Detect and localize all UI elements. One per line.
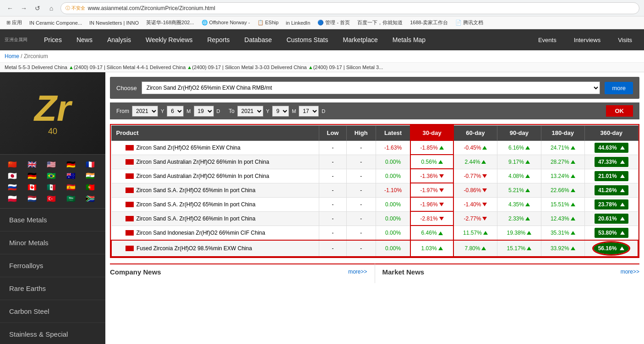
flag-cn[interactable]: 🇨🇳: [5, 159, 20, 169]
table-row[interactable]: Zircon Sand S.A. Zr(Hf)O2 65%min In port…: [111, 197, 638, 211]
product-cell[interactable]: Zircon Sand Indonesian Zr(Hf)O2 66%min C…: [111, 226, 319, 240]
nav-database[interactable]: Database: [237, 29, 279, 50]
address-bar[interactable]: ⓘ 不安全 www.asianmetal.com/ZirconiumPrice/…: [60, 2, 639, 14]
flag-nl[interactable]: 🇳🇱: [24, 194, 40, 204]
to-year-select[interactable]: 2021: [237, 106, 263, 117]
from-month-select[interactable]: 6: [167, 106, 184, 117]
forward-button[interactable]: →: [18, 3, 29, 14]
bookmark-apps[interactable]: ⊞ 应用: [4, 18, 25, 27]
to-month-unit: M: [292, 108, 296, 114]
nav-interviews[interactable]: Interviews: [567, 29, 608, 50]
flag-pl[interactable]: 🇵🇱: [5, 194, 20, 204]
flag-jp[interactable]: 🇯🇵: [5, 171, 20, 181]
flag-de[interactable]: 🇩🇪: [63, 159, 79, 169]
30day-cell[interactable]: -1.97%: [410, 183, 453, 197]
flag-br[interactable]: 🇧🇷: [44, 171, 59, 181]
company-news-more[interactable]: more>>: [348, 269, 367, 275]
30day-cell[interactable]: 0.56%: [410, 155, 453, 169]
from-label: From: [116, 108, 129, 114]
30day-value: 0.56%: [421, 159, 437, 165]
flag-es[interactable]: 🇪🇸: [63, 182, 79, 192]
table-row[interactable]: Zircon Sand S.A. Zr(Hf)O2 65%min In port…: [111, 183, 638, 197]
bookmark-offshore[interactable]: 🌐 Offshore Norway -: [199, 19, 253, 27]
flag-tr[interactable]: 🇹🇷: [44, 194, 59, 204]
product-cell[interactable]: Zircon Sand S.A. Zr(Hf)O2 65%min In port…: [111, 197, 319, 211]
product-cell[interactable]: Zircon Sand Australian Zr(Hf)O2 66%min I…: [111, 169, 319, 183]
product-dropdown[interactable]: Zircon Sand Zr(Hf)O2 65%min EXW China RM…: [142, 81, 600, 94]
flag-in[interactable]: 🇮🇳: [82, 171, 98, 181]
bookmark-baidu[interactable]: 百度一下，你就知道: [355, 18, 405, 27]
from-day-select[interactable]: 19: [194, 106, 214, 117]
sidebar-item-stainless[interactable]: Stainless & Special: [0, 323, 105, 344]
bookmark-ceramic[interactable]: IN Ceramic Compone...: [27, 19, 85, 27]
bookmark-yinghua[interactable]: 英诺华-168商圈202...: [143, 18, 197, 27]
bookmark-mgmt[interactable]: 🔵 管理 - 首页: [315, 18, 353, 27]
table-row[interactable]: Fused Zirconia Zr(Hf)O2 98.5%min EXW Chi…: [111, 240, 638, 257]
flag-ca[interactable]: 🇨🇦: [24, 182, 40, 192]
breadcrumb-home[interactable]: Home: [5, 53, 19, 59]
bookmark-eship[interactable]: 📋 EShip: [255, 19, 281, 27]
flag-pt[interactable]: 🇵🇹: [82, 182, 98, 192]
table-row[interactable]: Zircon Sand Australian Zr(Hf)O2 66%min I…: [111, 155, 638, 169]
flag-au[interactable]: 🇦🇺: [63, 171, 79, 181]
60day-value: -0.86%: [464, 187, 481, 194]
reload-button[interactable]: ↺: [32, 3, 43, 14]
table-row[interactable]: Zircon Sand Zr(Hf)O2 65%min EXW China---…: [111, 140, 638, 155]
product-cell[interactable]: Fused Zirconia Zr(Hf)O2 98.5%min EXW Chi…: [111, 240, 319, 257]
30day-cell[interactable]: -1.85%: [410, 140, 453, 155]
30day-value: -1.97%: [420, 187, 438, 194]
flag-gb[interactable]: 🇬🇧: [24, 159, 40, 169]
browser-nav[interactable]: ← → ↺ ⌂: [5, 3, 57, 14]
browser-chrome: ← → ↺ ⌂ ⓘ 不安全 www.asianmetal.com/Zirconi…: [0, 0, 644, 16]
sidebar-item-rare-earths[interactable]: Rare Earths: [0, 277, 105, 300]
30day-cell[interactable]: 6.46%: [410, 226, 453, 240]
60day-cell: 7.80%: [453, 240, 497, 257]
nav-visits[interactable]: Visits: [611, 29, 639, 50]
bookmark-tencent[interactable]: 📄 腾讯文档: [453, 18, 486, 27]
product-cell[interactable]: Zircon Sand S.A. Zr(Hf)O2 66%min In port…: [111, 211, 319, 226]
bookmark-linkedin[interactable]: in LinkedIn: [283, 19, 313, 27]
high-cell: -: [346, 183, 376, 197]
nav-events[interactable]: Events: [531, 29, 564, 50]
nav-reports[interactable]: Reports: [200, 29, 237, 50]
to-month-select[interactable]: 9: [272, 106, 289, 117]
nav-news[interactable]: News: [69, 29, 100, 50]
nav-customs[interactable]: Customs Stats: [279, 29, 335, 50]
30day-cell[interactable]: -2.81%: [410, 211, 453, 226]
nav-weekly[interactable]: Weekly Reviews: [138, 29, 200, 50]
table-row[interactable]: Zircon Sand Australian Zr(Hf)O2 66%min I…: [111, 169, 638, 183]
30day-cell[interactable]: -1.36%: [410, 169, 453, 183]
30day-cell[interactable]: -1.96%: [410, 197, 453, 211]
30day-cell[interactable]: 1.03%: [410, 240, 453, 257]
nav-analysis[interactable]: Analysis: [100, 29, 138, 50]
sidebar-item-minor-metals[interactable]: Minor Metals: [0, 231, 105, 254]
more-button[interactable]: more: [605, 82, 633, 94]
nav-prices[interactable]: Prices: [37, 29, 69, 50]
bookmark-newsletters[interactable]: IN Newsletters | INNO: [87, 19, 142, 27]
bookmark-1688[interactable]: 1688-卖家工作台: [407, 18, 451, 27]
home-button[interactable]: ⌂: [46, 3, 57, 14]
product-cell[interactable]: Zircon Sand Australian Zr(Hf)O2 66%min I…: [111, 155, 319, 169]
flag-ru[interactable]: 🇷🇺: [5, 182, 20, 192]
product-cell[interactable]: Zircon Sand Zr(Hf)O2 65%min EXW China: [111, 140, 319, 155]
sidebar-item-carbon-steel[interactable]: Carbon Steel: [0, 300, 105, 323]
flag-mx[interactable]: 🇲🇽: [44, 182, 59, 192]
market-news-more[interactable]: more>>: [621, 269, 639, 275]
flag-fr[interactable]: 🇫🇷: [82, 159, 98, 169]
ok-button[interactable]: OK: [606, 105, 633, 117]
sidebar-item-base-metals[interactable]: Base Metals: [0, 209, 105, 231]
from-year-select[interactable]: 2021: [132, 106, 158, 117]
low-cell: -: [319, 169, 346, 183]
flag-za[interactable]: 🇿🇦: [82, 194, 98, 204]
to-day-select[interactable]: 17: [299, 106, 319, 117]
flag-sa[interactable]: 🇸🇦: [63, 194, 79, 204]
flag-us[interactable]: 🇺🇸: [44, 159, 59, 169]
nav-metals-map[interactable]: Metals Map: [385, 29, 433, 50]
table-row[interactable]: Zircon Sand S.A. Zr(Hf)O2 66%min In port…: [111, 211, 638, 226]
sidebar-item-ferroalloys[interactable]: Ferroalloys: [0, 254, 105, 277]
back-button[interactable]: ←: [5, 3, 16, 14]
table-row[interactable]: Zircon Sand Indonesian Zr(Hf)O2 66%min C…: [111, 226, 638, 240]
product-cell[interactable]: Zircon Sand S.A. Zr(Hf)O2 65%min In port…: [111, 183, 319, 197]
nav-marketplace[interactable]: Marketplace: [336, 29, 385, 50]
flag-kr[interactable]: 🇩🇪: [24, 171, 40, 181]
